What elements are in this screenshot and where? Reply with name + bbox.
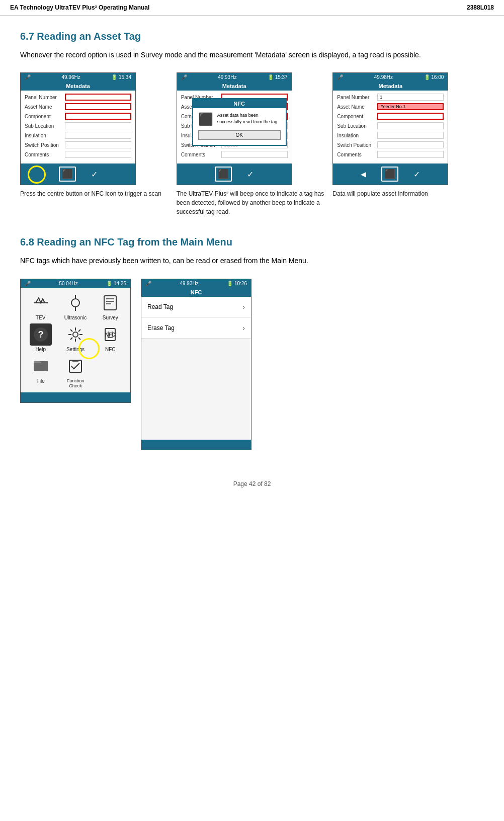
field-input[interactable] <box>65 141 131 148</box>
ultrasonic-icon <box>64 292 87 314</box>
bottom-bar-3: ◀ ⬛ ✓ <box>333 163 448 185</box>
field-input[interactable]: 1 <box>377 94 444 101</box>
screen-title-1: Metadata <box>21 81 135 91</box>
section-67-title: 6.7 Reading an Asset Tag <box>20 31 484 42</box>
menu-item-survey[interactable]: Survey <box>95 292 126 320</box>
tev-icon <box>30 292 52 314</box>
menu-label-file: File <box>37 378 45 384</box>
field-input[interactable] <box>65 113 131 120</box>
menu-label-nfc: NFC <box>105 347 116 352</box>
field-input[interactable] <box>65 151 131 158</box>
screenshots-row-68: 🎤 50.04Hz 🔋 14:25 TEV <box>20 279 484 450</box>
screen-body-3: Panel Number1 Asset NameFeeder No.1 Comp… <box>333 91 448 163</box>
header-left: EA Technology UltraTEV Plus² Operating M… <box>10 4 149 11</box>
check-bottom-icon-2[interactable]: ✓ <box>247 170 254 179</box>
field-label: Switch Position <box>25 142 65 148</box>
read-tag-item[interactable]: Read Tag › <box>141 297 251 317</box>
section-68-title: 6.8 Reading an NFC Tag from the Main Men… <box>20 236 484 248</box>
nfc-dialog-text: Asset data has been successfully read fr… <box>217 112 281 125</box>
header-right: 2388L018 <box>467 4 494 11</box>
freq-2: 49.93Hz <box>218 74 236 80</box>
nfc-ok-button[interactable]: OK <box>198 130 281 140</box>
erase-tag-label: Erase Tag <box>147 324 175 332</box>
main-menu-grid: TEV Ultrasonic <box>21 288 130 392</box>
field-label: Asset Name <box>25 104 65 110</box>
menu-item-settings[interactable]: Settings <box>59 323 91 352</box>
nfc-bottom-icon-2[interactable]: ⬛ <box>215 167 232 182</box>
svg-point-18 <box>73 332 78 337</box>
svg-text:NFC: NFC <box>105 332 116 338</box>
caption-2: The UltraTEV Plus² will beep once to ind… <box>177 189 328 216</box>
svg-text:?: ? <box>38 330 43 340</box>
svg-rect-4 <box>104 296 116 310</box>
field-label: Sub Location <box>25 123 65 129</box>
main-menu-screen: 🎤 50.04Hz 🔋 14:25 TEV <box>20 279 131 403</box>
menu-item-help[interactable]: ? Help <box>25 323 56 352</box>
nfc-dialog-body: ⬛ Asset data has been successfully read … <box>198 112 281 126</box>
settings-icon <box>64 323 87 346</box>
svg-line-16 <box>78 330 80 332</box>
screen-title-2: Metadata <box>177 81 292 91</box>
help-icon: ? <box>30 323 52 346</box>
bat-menu: 🔋 14:25 <box>106 281 126 286</box>
section-68-intro: NFC tags which have previously been writ… <box>20 255 484 266</box>
field-input[interactable] <box>377 151 444 158</box>
menu-item-file[interactable]: File <box>25 355 56 388</box>
field-input[interactable] <box>377 113 444 120</box>
field-label: Component <box>25 114 65 119</box>
main-menu-screen-container: 🎤 50.04Hz 🔋 14:25 TEV <box>20 279 131 450</box>
field-label: Sub Location <box>337 123 377 129</box>
field-input[interactable] <box>65 94 131 101</box>
field-label: Comments <box>25 152 65 157</box>
field-label: Asset Name <box>337 104 377 110</box>
field-label: Panel Number <box>25 95 65 100</box>
field-input[interactable] <box>377 141 444 148</box>
svg-line-17 <box>70 338 72 340</box>
freq-menu: 50.04Hz <box>59 281 77 286</box>
field-label: Insulation <box>25 133 65 138</box>
field-input[interactable] <box>65 103 131 110</box>
field-input[interactable] <box>65 132 131 139</box>
menu-item-ultrasonic[interactable]: Ultrasonic <box>59 292 91 320</box>
footer-text: Page 42 of 82 <box>233 480 271 487</box>
caption-3: Data will populate asset information <box>332 189 484 198</box>
nfc-bottom-icon[interactable]: ⬛ <box>59 167 76 182</box>
field-label: Insulation <box>337 133 377 138</box>
field-input[interactable] <box>65 122 131 129</box>
page-footer: Page 42 of 82 <box>20 480 484 498</box>
field-input[interactable]: Feeder No.1 <box>377 103 444 110</box>
caption-1: Press the centre button or NFC icon to t… <box>20 189 172 198</box>
nfc-menu-screen: 🎤 49.93Hz 🔋 10:26 NFC Read Tag › Erase T… <box>141 279 251 450</box>
field-input[interactable] <box>377 122 444 129</box>
check-bottom-icon-3[interactable]: ✓ <box>413 170 420 179</box>
mic-icon-nfc: 🎤 <box>145 281 151 286</box>
menu-item-tev[interactable]: TEV <box>25 292 56 320</box>
status-bar-nfc: 🎤 49.93Hz 🔋 10:26 <box>141 279 251 288</box>
field-input[interactable] <box>221 151 288 158</box>
section-67-intro: Whenever the record option is used in Su… <box>20 49 484 60</box>
field-label: Switch Position <box>337 142 377 148</box>
bottom-bar-1: ⬛ ✓ <box>21 163 135 185</box>
screenshot-col-3: 🎤 49.98Hz 🔋 16:00 Metadata Panel Number1… <box>332 72 484 216</box>
check-bottom-icon[interactable]: ✓ <box>91 170 98 179</box>
chevron-read-tag: › <box>242 303 245 311</box>
menu-label-tev: TEV <box>36 315 45 320</box>
device-screen-2: 🎤 49.93Hz 🔋 15:37 Metadata Panel Number … <box>177 72 292 185</box>
function-check-icon <box>64 355 87 377</box>
mic-icon-3: 🎤 <box>337 74 343 80</box>
field-input[interactable] <box>377 132 444 139</box>
mic-icon-menu: 🎤 <box>25 281 31 286</box>
bat-nfc: 🔋 10:26 <box>227 281 247 286</box>
menu-item-function-check[interactable]: FunctionCheck <box>59 355 91 388</box>
page-header: EA Technology UltraTEV Plus² Operating M… <box>0 0 504 16</box>
menu-label-help: Help <box>35 347 46 352</box>
nfc-menu-icon: NFC <box>99 323 121 346</box>
status-bar-1: 🎤 49.96Hz 🔋 15:34 <box>21 73 135 81</box>
back-bottom-icon[interactable]: ◀ <box>361 170 366 178</box>
status-bar-menu: 🎤 50.04Hz 🔋 14:25 <box>21 279 130 288</box>
screen-title-3: Metadata <box>333 81 448 91</box>
freq-nfc: 49.93Hz <box>180 281 198 286</box>
nfc-bottom-icon-3[interactable]: ⬛ <box>381 167 398 182</box>
erase-tag-item[interactable]: Erase Tag › <box>141 318 251 339</box>
menu-item-nfc[interactable]: NFC NFC <box>95 323 126 352</box>
